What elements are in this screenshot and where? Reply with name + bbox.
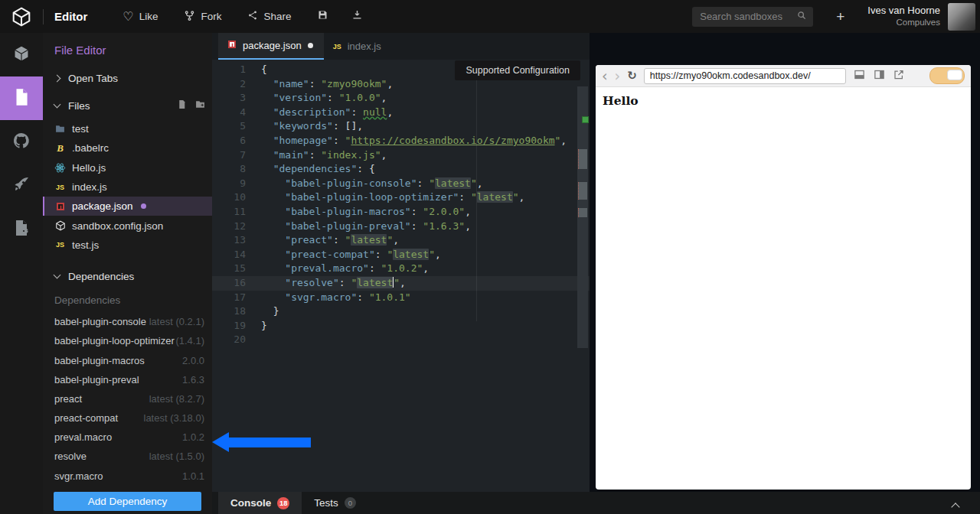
code-token: "	[429, 249, 435, 260]
code-token: "	[429, 177, 435, 189]
code-line[interactable]: 20	[212, 333, 590, 347]
code-line[interactable]: 12 "babel-plugin-preval": "1.6.3",	[212, 220, 590, 234]
dependency-version: latest (8.2.7)	[149, 393, 204, 405]
code-area[interactable]: 1{2 "name": "zmyo90okm",3 "version": "1.…	[212, 60, 590, 495]
code-line[interactable]: 13 "preact": "latest",	[212, 233, 590, 248]
file-item-package.json[interactable]: package.json	[43, 197, 212, 216]
file-item-test[interactable]: test	[43, 119, 212, 138]
url-input[interactable]	[644, 68, 846, 84]
js-icon: JS	[54, 241, 66, 249]
tab-console[interactable]: Console 18	[218, 492, 302, 514]
code-token: :	[375, 249, 387, 260]
add-dependency-button[interactable]: Add Dependency	[54, 492, 201, 511]
code-token: "1.0.2"	[381, 262, 423, 274]
dependency-item-resolve[interactable]: latest (1.5.0)resolve	[43, 447, 212, 466]
refresh-button[interactable]: ↻	[627, 70, 637, 82]
folder-icon	[54, 124, 66, 134]
dependency-version: 2.0.0	[182, 355, 204, 366]
code-line[interactable]: 10 "babel-plugin-loop-optimizer": "lates…	[212, 190, 590, 205]
code-token: ,	[465, 206, 471, 217]
file-item-label: .babelrc	[72, 142, 109, 154]
open-tabs-label: Open Tabs	[68, 73, 118, 84]
code-token	[261, 78, 273, 89]
search-input[interactable]	[698, 10, 796, 23]
dependencies-section[interactable]: Dependencies	[54, 270, 212, 282]
code-line[interactable]: 14 "preact-compat": "latest",	[212, 248, 590, 262]
rail-item-file-editor[interactable]	[0, 76, 43, 120]
forward-button[interactable]: ›	[615, 69, 621, 83]
tab-tests[interactable]: Tests 0	[302, 492, 368, 514]
fork-label: Fork	[201, 11, 221, 22]
avatar[interactable]	[948, 3, 975, 31]
preview-toggle[interactable]	[929, 67, 965, 84]
code-line[interactable]: 15 "preval.macro": "1.0.2",	[212, 262, 590, 276]
save-button[interactable]	[317, 9, 328, 24]
rail-item-deployment[interactable]	[0, 164, 43, 207]
new-sandbox-button[interactable]: +	[836, 8, 844, 25]
file-item-Hello.js[interactable]: Hello.js	[43, 158, 212, 177]
dependency-item-babel-plugin-macros[interactable]: 2.0.0babel-plugin-macros	[43, 350, 212, 369]
expand-console-button[interactable]	[952, 499, 959, 513]
dependency-name: preval.macro	[54, 431, 113, 443]
code-token: "babel-plugin-preval"	[285, 220, 410, 232]
dependency-item-preact[interactable]: latest (8.2.7)preact	[43, 389, 212, 408]
split-horizontal-icon[interactable]	[853, 69, 866, 83]
file-item-label: index.js	[72, 181, 107, 193]
file-item-.babelrc[interactable]: B.babelrc	[43, 138, 212, 158]
code-line[interactable]: 9 "babel-plugin-console": "latest",	[212, 177, 590, 191]
dependency-item-babel-plugin-loop-optimizer[interactable]: latest (1.4.1)babel-plugin-loop-optimize…	[43, 331, 212, 350]
code-token: "babel-plugin-console"	[285, 177, 416, 189]
code-line[interactable]: 4 "description": null,	[212, 106, 590, 120]
code-token: :	[351, 106, 363, 118]
dependency-item-preact-compat[interactable]: latest (3.18.0)preact-compat	[43, 408, 212, 428]
code-line[interactable]: 16 "resolve": "latest",	[212, 276, 590, 291]
user-info[interactable]: Ives van Hoorne Compulves	[867, 5, 940, 28]
dependency-item-preval.macro[interactable]: 1.0.2preval.macro	[43, 428, 212, 447]
file-item-test.js[interactable]: JStest.js	[43, 236, 212, 255]
line-number: 12	[212, 220, 246, 234]
rail-item-github[interactable]	[0, 120, 43, 164]
code-token: "zmyo90okm"	[321, 78, 387, 89]
rail-item-sandbox-info[interactable]	[0, 33, 43, 76]
file-item-sandbox.config.json[interactable]: sandbox.config.json	[43, 216, 212, 235]
codesandbox-logo-icon[interactable]	[0, 7, 43, 27]
editor-scrollbar[interactable]	[577, 86, 588, 348]
code-text: "homepage": "https://codesandbox.io/s/zm…	[246, 134, 567, 148]
new-folder-icon[interactable]	[194, 99, 206, 112]
open-external-icon[interactable]	[893, 69, 905, 83]
code-line[interactable]: 19}	[212, 319, 590, 333]
dependency-item-svgr.macro[interactable]: 1.0.1svgr.macro	[43, 467, 212, 486]
scroll-marker-added	[582, 116, 589, 123]
code-line[interactable]: 5 "keywords": [],	[212, 119, 590, 134]
code-text: "babel-plugin-macros": "2.0.0",	[246, 205, 471, 220]
chevron-down-icon	[54, 272, 61, 279]
code-line[interactable]: 6 "homepage": "https://codesandbox.io/s/…	[212, 134, 590, 148]
open-tabs-section[interactable]: Open Tabs	[54, 72, 212, 84]
download-icon	[351, 9, 363, 24]
rail-item-live-settings[interactable]	[0, 207, 43, 251]
files-section[interactable]: Files	[54, 99, 212, 112]
dependency-item-babel-plugin-preval[interactable]: 1.6.3babel-plugin-preval	[43, 370, 212, 389]
like-button[interactable]: ♡ Like	[122, 11, 158, 23]
download-button[interactable]	[351, 9, 363, 24]
code-line[interactable]: 18 }	[212, 304, 590, 319]
code-line[interactable]: 11 "babel-plugin-macros": "2.0.0",	[212, 205, 590, 220]
tab-package-json[interactable]: package.json	[218, 33, 324, 60]
code-token: "	[513, 191, 519, 203]
split-vertical-icon[interactable]	[873, 69, 886, 83]
code-line[interactable]: 17 "svgr.macro": "1.0.1"	[212, 291, 590, 305]
code-line[interactable]: 7 "main": "index.js",	[212, 148, 590, 163]
dependency-item-babel-plugin-console[interactable]: latest (0.2.1)babel-plugin-console	[43, 312, 212, 331]
code-token: "keywords"	[273, 120, 333, 132]
line-number: 10	[212, 190, 246, 205]
file-item-label: test	[72, 123, 89, 135]
back-button[interactable]: ‹	[602, 69, 608, 83]
share-button[interactable]: Share	[247, 10, 291, 23]
fork-button[interactable]: Fork	[184, 10, 221, 24]
new-file-icon[interactable]	[177, 99, 187, 112]
code-text: "preval.macro": "1.0.2",	[246, 262, 429, 276]
code-line[interactable]: 3 "version": "1.0.0",	[212, 91, 590, 106]
code-line[interactable]: 8 "dependencies": {	[212, 162, 590, 177]
file-item-index.js[interactable]: JSindex.js	[43, 177, 212, 197]
tab-index-js[interactable]: JS index.js	[324, 33, 392, 60]
